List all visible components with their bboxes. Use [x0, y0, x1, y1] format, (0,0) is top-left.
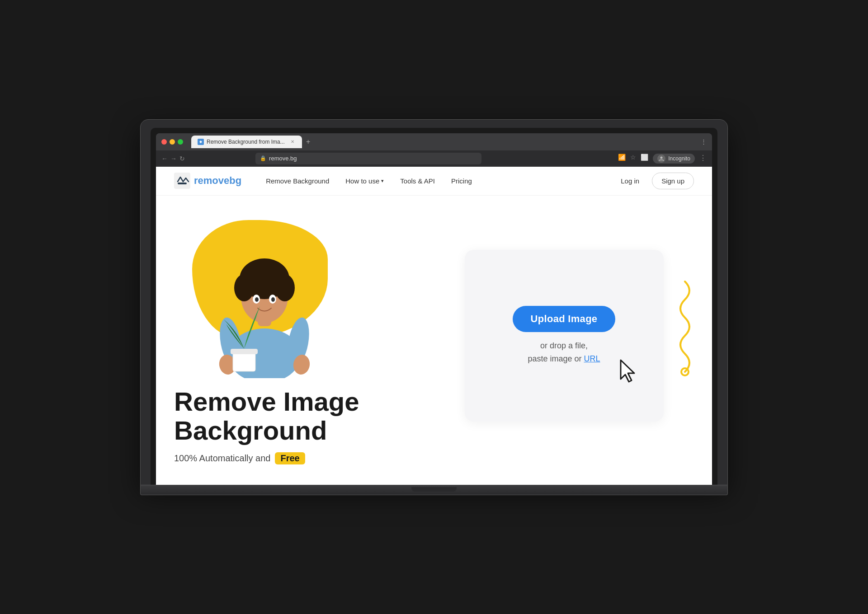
tab-title: Remove Background from Ima... [207, 139, 285, 145]
bookmark-icon[interactable]: ☆ [630, 154, 636, 164]
reload-button[interactable]: ↻ [179, 155, 185, 162]
traffic-lights [161, 139, 183, 145]
traffic-light-minimize[interactable] [170, 139, 175, 145]
incognito-badge: Incognito [653, 154, 695, 164]
upload-image-button[interactable]: Upload Image [513, 306, 616, 332]
incognito-label: Incognito [668, 155, 690, 162]
person-svg [206, 229, 323, 378]
upload-card[interactable]: Upload Image or drop a file, paste image… [465, 250, 664, 422]
laptop-body: Remove Background from Ima... ✕ + ⋮ ← → … [140, 119, 728, 485]
svg-point-9 [242, 263, 287, 281]
nav-buttons: ← → ↻ [161, 155, 185, 162]
hero-image-area [174, 206, 346, 378]
hero-person-image [201, 225, 328, 378]
svg-point-0 [660, 156, 663, 159]
logo-text: removebg [194, 175, 241, 187]
address-bar-row: ← → ↻ 🔒 remove.bg 📶 ☆ ⬜ [156, 150, 712, 167]
screen-bezel: Remove Background from Ima... ✕ + ⋮ ← → … [151, 128, 717, 485]
nav-link-remove-bg[interactable]: Remove Background [259, 173, 335, 188]
tab-favicon [198, 139, 204, 145]
back-button[interactable]: ← [161, 155, 168, 162]
cast-icon[interactable]: 📶 [618, 154, 626, 164]
website-content: removebg Remove Background How to use ▾ [156, 167, 712, 485]
titlebar-right: ⋮ [701, 138, 707, 145]
traffic-light-close[interactable] [161, 139, 167, 145]
more-options-icon[interactable]: ⋮ [699, 154, 707, 164]
incognito-icon [657, 155, 665, 163]
svg-point-13 [271, 297, 275, 302]
free-badge: Free [275, 452, 305, 464]
svg-rect-2 [178, 183, 187, 184]
menu-button[interactable]: ⋮ [701, 138, 707, 145]
hero-subtitle: 100% Automatically and Free [174, 452, 400, 464]
url-text: remove.bg [269, 155, 297, 162]
extensions-icon[interactable]: ⬜ [641, 154, 648, 164]
upload-subtitle: or drop a file, paste image or URL [528, 339, 600, 366]
logo[interactable]: removebg [174, 173, 241, 189]
hero-text: Remove Image Background 100% Automatical… [174, 387, 400, 464]
nav-link-pricing[interactable]: Pricing [445, 173, 478, 188]
nav-link-tools-api[interactable]: Tools & API [394, 173, 441, 188]
nav-links: Remove Background How to use ▾ Tools & A… [259, 173, 613, 188]
new-tab-button[interactable]: + [302, 136, 315, 148]
signup-button[interactable]: Sign up [652, 173, 694, 189]
nav-right: Log in Sign up [613, 173, 694, 189]
nav-link-how-to-use[interactable]: How to use ▾ [339, 173, 390, 188]
lock-icon: 🔒 [260, 155, 266, 161]
site-nav: removebg Remove Background How to use ▾ [156, 167, 712, 196]
forward-button[interactable]: → [170, 155, 177, 162]
tab-close-btn[interactable]: ✕ [289, 139, 296, 145]
hero-title: Remove Image Background [174, 387, 400, 445]
laptop-base [140, 485, 728, 495]
active-tab[interactable]: Remove Background from Ima... ✕ [191, 136, 302, 148]
laptop-notch [411, 487, 457, 492]
browser-titlebar: Remove Background from Ima... ✕ + ⋮ [156, 133, 712, 150]
hero-section: Remove Image Background 100% Automatical… [156, 196, 712, 485]
laptop-shell: Remove Background from Ima... ✕ + ⋮ ← → … [140, 119, 728, 495]
hero-right: Upload Image or drop a file, paste image… [434, 250, 694, 422]
tab-bar: Remove Background from Ima... ✕ + [191, 136, 697, 148]
svg-rect-19 [231, 349, 258, 354]
url-link[interactable]: URL [584, 354, 600, 363]
address-bar-actions: 📶 ☆ ⬜ Incognito ⋮ [618, 154, 707, 164]
svg-point-20 [681, 368, 689, 375]
hero-left: Remove Image Background 100% Automatical… [174, 206, 434, 464]
svg-point-12 [255, 297, 259, 302]
traffic-light-fullscreen[interactable] [178, 139, 183, 145]
address-bar[interactable]: 🔒 remove.bg [255, 153, 481, 164]
chevron-down-icon: ▾ [381, 178, 384, 184]
browser-chrome: Remove Background from Ima... ✕ + ⋮ ← → … [156, 133, 712, 485]
login-button[interactable]: Log in [613, 173, 646, 188]
logo-icon [174, 173, 190, 189]
